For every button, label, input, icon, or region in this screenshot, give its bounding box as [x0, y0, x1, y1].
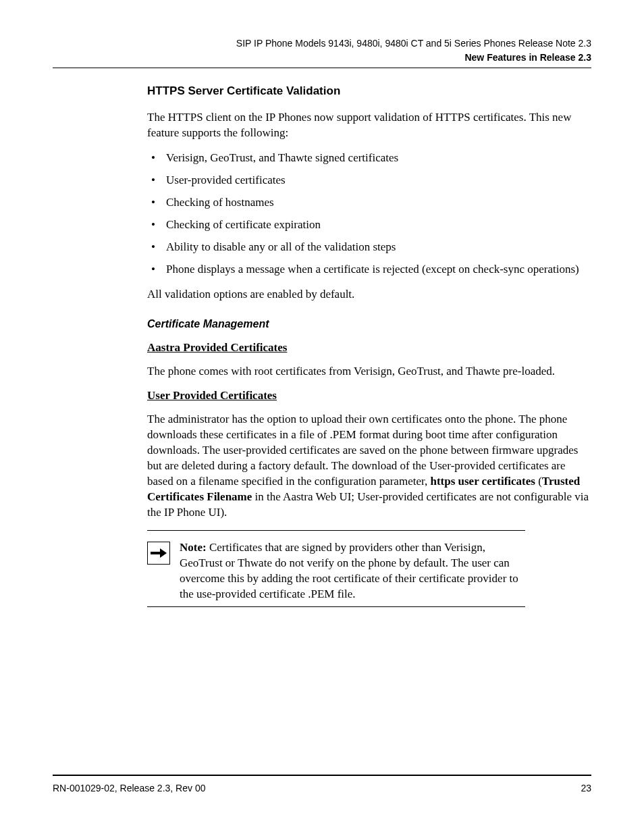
- footer-row: RN-001029-02, Release 2.3, Rev 00 23: [53, 783, 591, 793]
- header-rule: [53, 68, 591, 68]
- list-item: Ability to disable any or all of the val…: [147, 240, 591, 255]
- aastra-heading: Aastra Provided Certificates: [147, 341, 591, 355]
- list-item: User-provided certificates: [147, 173, 591, 188]
- list-item: Phone displays a message when a certific…: [147, 262, 591, 278]
- header-product-line: SIP IP Phone Models 9143i, 9480i, 9480i …: [53, 36, 591, 51]
- list-item: Checking of hostnames: [147, 195, 591, 211]
- subsection-heading: Certificate Management: [147, 318, 591, 330]
- header-section-line: New Features in Release 2.3: [53, 51, 591, 65]
- list-item: Checking of certificate expiration: [147, 217, 591, 233]
- note-body: Certificates that are signed by provider…: [180, 541, 518, 600]
- note-text: Note: Certificates that are signed by pr…: [180, 536, 525, 606]
- list-item: Verisign, GeoTrust, and Thawte signed ce…: [147, 151, 591, 166]
- section-closing: All validation options are enabled by de…: [147, 287, 591, 303]
- user-text: The administrator has the option to uplo…: [147, 412, 591, 521]
- page-content: HTTPS Server Certificate Validation The …: [147, 84, 591, 607]
- page-footer: RN-001029-02, Release 2.3, Rev 00 23: [53, 775, 591, 793]
- footer-page-number: 23: [581, 783, 591, 793]
- feature-list: Verisign, GeoTrust, and Thawte signed ce…: [147, 151, 591, 278]
- user-heading: User Provided Certificates: [147, 389, 591, 402]
- section-heading: HTTPS Server Certificate Validation: [147, 84, 591, 98]
- arrow-right-icon: [147, 542, 170, 565]
- page-header: SIP IP Phone Models 9143i, 9480i, 9480i …: [53, 36, 591, 65]
- footer-rule: [53, 775, 591, 776]
- section-intro: The HTTPS client on the IP Phones now su…: [147, 110, 591, 141]
- note-rule-top: [147, 530, 525, 531]
- note-block: Note: Certificates that are signed by pr…: [147, 536, 525, 606]
- user-text-bold1: https user certificates: [430, 475, 535, 488]
- aastra-text: The phone comes with root certificates f…: [147, 364, 591, 380]
- note-rule-bottom: [147, 606, 525, 607]
- note-label: Note:: [180, 541, 207, 554]
- user-text-mid1: (: [535, 475, 542, 488]
- footer-doc-id: RN-001029-02, Release 2.3, Rev 00: [53, 783, 205, 793]
